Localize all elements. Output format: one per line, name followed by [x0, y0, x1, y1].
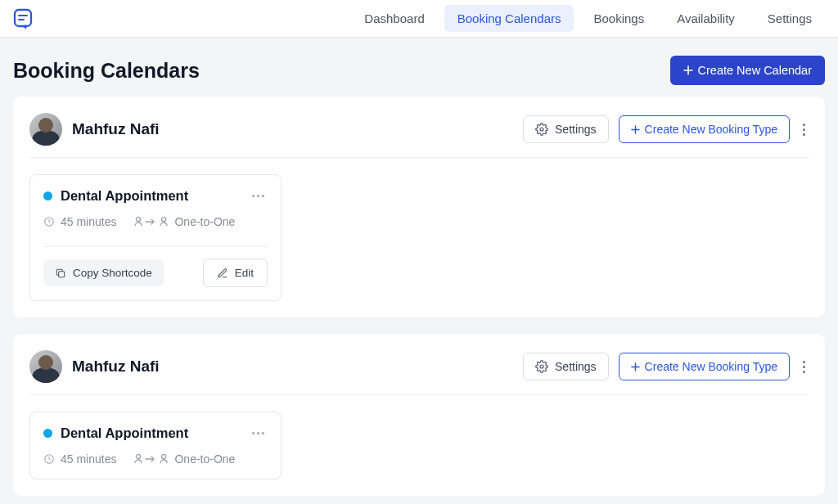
avatar [29, 113, 62, 146]
booking-meta: 45 minutes One-to-One [43, 215, 268, 228]
booking-type-header: Dental Appointment [43, 188, 268, 204]
status-dot [43, 429, 52, 438]
plus-icon [683, 65, 693, 75]
svg-point-5 [137, 217, 141, 221]
svg-point-3 [540, 128, 543, 131]
booking-type-card: Dental Appointment 45 minutes [29, 174, 282, 301]
clock-icon [43, 453, 55, 465]
calendar-card: Mahfuz Nafi Settings Create New Booking … [13, 97, 825, 317]
booking-type-header: Dental Appointment [43, 425, 268, 441]
calendar-actions: Settings Create New Booking Type [523, 353, 809, 380]
calendar-more-menu[interactable] [800, 358, 809, 376]
booking-actions: Copy Shortcode Edit [43, 259, 268, 287]
edit-icon [217, 268, 228, 279]
plus-icon [631, 362, 640, 371]
nav-availability[interactable]: Availability [664, 5, 748, 32]
nav-settings[interactable]: Settings [755, 5, 825, 32]
calendar-settings-button[interactable]: Settings [523, 115, 609, 143]
nav-booking-calendars[interactable]: Booking Calendars [444, 5, 574, 32]
gear-icon [535, 360, 548, 373]
create-new-calendar-button[interactable]: Create New Calendar [670, 56, 825, 85]
one-to-one-icon [134, 453, 169, 465]
app-logo [13, 9, 33, 29]
create-new-calendar-label: Create New Calendar [698, 64, 812, 77]
clock-icon [43, 216, 55, 227]
content: Mahfuz Nafi Settings Create New Booking … [0, 97, 838, 504]
svg-point-10 [137, 454, 141, 458]
gear-icon [535, 123, 548, 136]
copy-icon [55, 268, 66, 279]
booking-type-title-wrap: Dental Appointment [43, 188, 188, 204]
divider [43, 246, 268, 247]
calendar-actions: Settings Create New Booking Type [523, 115, 809, 143]
booking-type-more-menu[interactable] [249, 191, 268, 200]
calendar-settings-label: Settings [555, 360, 597, 373]
svg-rect-0 [15, 10, 31, 26]
calendar-settings-button[interactable]: Settings [523, 353, 609, 380]
nav-bookings[interactable]: Bookings [580, 5, 657, 32]
booking-duration: 45 minutes [43, 215, 116, 228]
calendar-card: Mahfuz Nafi Settings Create New Booking … [13, 334, 825, 496]
page-header: Booking Calendars Create New Calendar [0, 38, 838, 97]
create-booking-type-button[interactable]: Create New Booking Type [619, 353, 790, 380]
copy-shortcode-button[interactable]: Copy Shortcode [43, 259, 164, 286]
svg-point-6 [162, 217, 166, 221]
calendar-card-header: Mahfuz Nafi Settings Create New Booking … [29, 113, 809, 158]
booking-mode: One-to-One [134, 215, 235, 228]
booking-type-title: Dental Appointment [61, 425, 188, 441]
top-header: Dashboard Booking Calendars Bookings Ava… [0, 0, 838, 38]
booking-mode-text: One-to-One [174, 215, 235, 228]
booking-type-title-wrap: Dental Appointment [43, 425, 188, 441]
status-dot [43, 191, 52, 200]
booking-duration-text: 45 minutes [61, 452, 116, 466]
one-to-one-icon [134, 216, 169, 227]
booking-type-title: Dental Appointment [61, 188, 188, 204]
logo-icon [13, 8, 33, 29]
svg-point-11 [162, 454, 166, 458]
calendar-settings-label: Settings [555, 123, 597, 136]
calendar-more-menu[interactable] [800, 120, 809, 139]
create-booking-type-label: Create New Booking Type [645, 360, 777, 373]
calendar-owner: Mahfuz Nafi [29, 113, 160, 146]
edit-button[interactable]: Edit [203, 259, 268, 287]
booking-meta: 45 minutes One-to-One [43, 452, 268, 466]
svg-point-8 [540, 365, 543, 368]
calendar-owner: Mahfuz Nafi [29, 350, 160, 383]
booking-duration: 45 minutes [43, 452, 116, 466]
create-booking-type-label: Create New Booking Type [645, 123, 777, 136]
nav-dashboard[interactable]: Dashboard [351, 5, 437, 32]
booking-duration-text: 45 minutes [61, 215, 116, 228]
edit-label: Edit [235, 267, 254, 279]
main-nav: Dashboard Booking Calendars Bookings Ava… [351, 5, 825, 32]
calendar-owner-name: Mahfuz Nafi [72, 120, 160, 138]
booking-mode: One-to-One [134, 452, 235, 466]
svg-rect-7 [59, 271, 65, 277]
create-booking-type-button[interactable]: Create New Booking Type [619, 115, 790, 143]
booking-type-more-menu[interactable] [249, 429, 268, 438]
plus-icon [631, 125, 640, 134]
calendar-owner-name: Mahfuz Nafi [72, 358, 160, 376]
page-title: Booking Calendars [13, 59, 200, 83]
booking-type-card: Dental Appointment 45 minutes [29, 412, 282, 479]
calendar-card-header: Mahfuz Nafi Settings Create New Booking … [29, 350, 809, 395]
avatar [29, 350, 62, 383]
copy-shortcode-label: Copy Shortcode [73, 267, 152, 279]
booking-mode-text: One-to-One [174, 452, 235, 466]
